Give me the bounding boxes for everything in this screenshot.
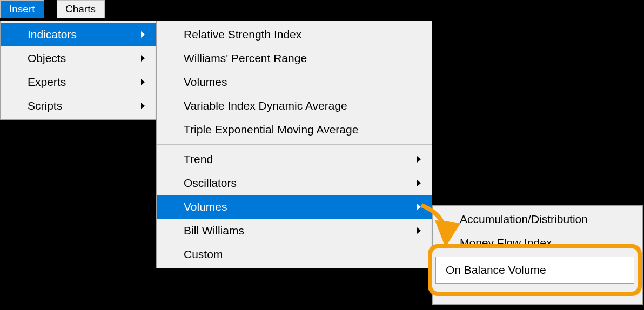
menu-item-label: Williams' Percent Range <box>184 52 421 65</box>
chevron-right-icon <box>417 204 421 210</box>
highlighted-label: On Balance Volume <box>446 264 546 276</box>
chevron-right-icon <box>417 227 421 234</box>
menubar-item-insert[interactable]: Insert <box>1 1 44 18</box>
menu-item-rsi[interactable]: Relative Strength Index <box>157 23 432 46</box>
chevron-right-icon <box>417 156 421 163</box>
menubar: Insert <box>0 0 44 18</box>
menu-item-label: Relative Strength Index <box>184 28 421 41</box>
menu-item-volumes-category[interactable]: Volumes <box>157 195 432 219</box>
menu-item-vida[interactable]: Variable Index Dynamic Average <box>157 94 432 118</box>
menu-item-label: Custom <box>184 248 421 261</box>
chevron-right-icon <box>141 103 145 109</box>
menu-item-label: Bill Williams <box>184 224 412 237</box>
menu-item-label: Volumes <box>184 76 421 89</box>
menu-item-indicators[interactable]: Indicators <box>1 23 156 46</box>
menu-item-label: Objects <box>28 52 136 65</box>
menu-item-label: Indicators <box>28 28 136 41</box>
menu-item-label: Experts <box>28 76 136 89</box>
menu-item-tema[interactable]: Triple Exponential Moving Average <box>157 118 432 141</box>
menu-item-label: Oscillators <box>184 177 412 190</box>
menu-item-label: Scripts <box>28 99 136 112</box>
menu-indicators-submenu: Relative Strength Index Williams' Percen… <box>156 21 432 268</box>
menu-insert-dropdown: Indicators Objects Experts Scripts <box>0 21 156 120</box>
menu-item-label: Accumulation/Distribution <box>460 213 632 226</box>
menu-item-billwilliams[interactable]: Bill Williams <box>157 219 432 242</box>
menu-item-ad[interactable]: Accumulation/Distribution <box>433 207 642 231</box>
menu-item-trend[interactable]: Trend <box>157 147 432 171</box>
menu-item-objects[interactable]: Objects <box>1 46 156 70</box>
chevron-right-icon <box>417 180 421 186</box>
chevron-right-icon <box>141 55 145 62</box>
highlighted-item[interactable]: On Balance Volume <box>435 257 634 284</box>
menu-item-scripts[interactable]: Scripts <box>1 94 156 118</box>
menu-item-label: Trend <box>184 153 412 166</box>
menubar-item-charts[interactable]: Charts <box>57 0 105 18</box>
menu-item-custom[interactable]: Custom <box>157 242 432 266</box>
menu-separator <box>157 144 432 145</box>
highlight-overlay: On Balance Volume <box>431 247 639 293</box>
menu-item-label: Variable Index Dynamic Average <box>184 99 421 112</box>
menu-item-wpr[interactable]: Williams' Percent Range <box>157 46 432 70</box>
menubar-label: Insert <box>9 3 35 15</box>
menu-item-label: Volumes <box>184 200 412 213</box>
menu-item-label: Triple Exponential Moving Average <box>184 123 421 136</box>
menubar-label: Charts <box>65 3 96 15</box>
menu-item-oscillators[interactable]: Oscillators <box>157 171 432 195</box>
menu-item-experts[interactable]: Experts <box>1 70 156 94</box>
menu-item-volumes[interactable]: Volumes <box>157 70 432 94</box>
chevron-right-icon <box>141 79 145 85</box>
chevron-right-icon <box>141 31 145 38</box>
